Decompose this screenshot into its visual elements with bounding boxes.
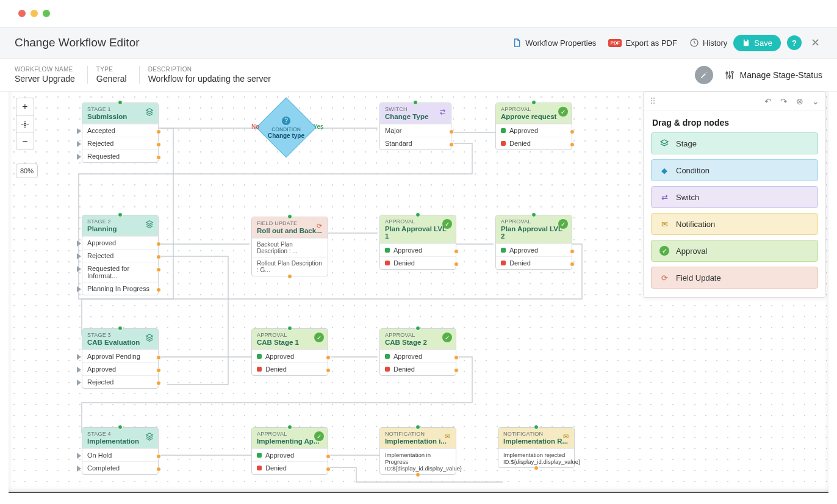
zoom-percent: 80% <box>16 164 38 178</box>
type-value: General <box>96 74 127 84</box>
switch-icon: ⇄ <box>437 107 447 117</box>
mail-icon: ✉ <box>659 218 670 229</box>
layers-icon <box>145 431 154 441</box>
meta-bar: WORKFLOW NAME Server Upgrade TYPE Genera… <box>0 59 837 92</box>
palette-approval[interactable]: ✓Approval <box>651 240 818 262</box>
mail-icon: ✉ <box>561 431 570 441</box>
help-button[interactable]: ? <box>787 35 802 50</box>
node-stage-2[interactable]: STAGE 2 Planning Approved Rejected Reque… <box>82 215 159 295</box>
header: Change Workflow Editor Workflow Properti… <box>0 27 837 59</box>
node-notification-rejected[interactable]: NOTIFICATIONImplementation R...✉ Impleme… <box>498 427 575 468</box>
zoom-center-button[interactable] <box>16 115 34 132</box>
node-approve-request[interactable]: APPROVAL Approve request ✓ Approved Deni… <box>495 103 572 150</box>
switch-icon: ⇄ <box>659 192 670 203</box>
node-stage-3[interactable]: STAGE 3 CAB Evaluation Approval Pending … <box>82 328 159 389</box>
svg-point-3 <box>731 71 733 73</box>
manage-stage-status-button[interactable]: Manage Stage-Status <box>724 70 822 81</box>
node-notification-in-progress[interactable]: NOTIFICATIONImplementation i...✉ Impleme… <box>379 427 456 475</box>
node-field-update[interactable]: FIELD UPDATE Roll out and Back... ⟳ Back… <box>251 217 328 276</box>
layers-icon <box>659 138 670 149</box>
pencil-icon <box>700 71 708 79</box>
svg-point-4 <box>24 123 26 126</box>
clear-button[interactable]: ⊗ <box>796 96 803 106</box>
history-button[interactable]: History <box>683 34 733 51</box>
node-plan-approval-1[interactable]: APPROVAL Plan Approval LVL 1 ✓ Approved … <box>379 215 456 270</box>
palette-notification[interactable]: ✉Notification <box>651 213 818 235</box>
zoom-controls: + − <box>16 98 34 150</box>
node-cab-stage-2[interactable]: APPROVALCAB Stage 2✓ Approved Denied <box>379 328 456 376</box>
layers-icon <box>145 333 154 342</box>
traffic-min[interactable] <box>31 10 38 17</box>
workflow-name: Server Upgrade <box>15 74 75 84</box>
edit-button[interactable] <box>695 66 713 84</box>
sync-icon: ⟳ <box>659 272 670 283</box>
svg-point-2 <box>728 75 730 77</box>
save-button[interactable]: Save <box>733 35 781 51</box>
palette-field-update[interactable]: ⟳Field Update <box>651 267 818 289</box>
workflow-name-label: WORKFLOW NAME <box>15 66 75 73</box>
diamond-icon: ◆ <box>659 165 670 176</box>
history-icon <box>689 38 699 48</box>
check-icon: ✓ <box>314 431 324 441</box>
node-cab-stage-1[interactable]: APPROVALCAB Stage 1✓ Approved Denied <box>251 328 328 376</box>
redo-button[interactable]: ↷ <box>780 96 788 106</box>
page-title: Change Workflow Editor <box>15 36 140 49</box>
collapse-button[interactable]: ⌄ <box>812 96 819 106</box>
check-icon: ✓ <box>558 219 568 229</box>
pdf-icon: PDF <box>608 39 622 47</box>
traffic-max[interactable] <box>43 10 50 17</box>
description-value: Workflow for updating the server <box>148 74 271 84</box>
drag-handle-icon[interactable]: ⠿ <box>650 96 656 106</box>
locate-icon <box>21 120 29 129</box>
zoom-out-button[interactable]: − <box>16 132 34 149</box>
description-label: DESCRIPTION <box>148 66 271 73</box>
layers-icon <box>145 219 154 229</box>
check-icon: ✓ <box>659 245 670 256</box>
zoom-in-button[interactable]: + <box>16 98 34 115</box>
undo-button[interactable]: ↶ <box>764 96 772 106</box>
check-icon: ✓ <box>442 333 452 342</box>
save-icon <box>742 38 750 47</box>
palette-panel[interactable]: ⠿ ↶ ↷ ⊗ ⌄ Drag & drop nodes Stage ◆Condi… <box>643 92 826 298</box>
check-icon: ✓ <box>314 333 324 342</box>
check-icon: ✓ <box>442 219 452 229</box>
palette-switch[interactable]: ⇄Switch <box>651 186 818 208</box>
check-icon: ✓ <box>558 107 568 117</box>
question-icon: ? <box>282 117 290 125</box>
svg-point-1 <box>726 72 728 74</box>
node-condition[interactable]: ? CONDITION Change type No Yes <box>265 106 307 149</box>
title-bar <box>0 0 837 27</box>
sliders-icon <box>724 70 735 81</box>
node-switch[interactable]: SWITCH Change Type ⇄ Major Standard <box>379 103 451 150</box>
mail-icon: ✉ <box>442 431 452 441</box>
close-button[interactable]: ✕ <box>808 35 822 50</box>
palette-title: Drag & drop nodes <box>644 110 825 132</box>
type-label: TYPE <box>96 66 127 73</box>
node-stage-1[interactable]: STAGE 1 Submission Accepted Rejected Req… <box>82 103 159 163</box>
node-plan-approval-2[interactable]: APPROVAL Plan Approval LVL 2 ✓ Approved … <box>495 215 572 270</box>
palette-condition[interactable]: ◆Condition <box>651 159 818 181</box>
node-stage-4[interactable]: STAGE 4Implementation On Hold Completed <box>82 427 159 475</box>
sync-icon: ⟳ <box>314 221 324 231</box>
node-implementing-approval[interactable]: APPROVALImplementing Ap...✓ Approved Den… <box>251 427 328 475</box>
layers-icon <box>145 107 154 117</box>
palette-stage[interactable]: Stage <box>651 132 818 154</box>
workflow-properties-button[interactable]: Workflow Properties <box>506 34 602 51</box>
canvas[interactable]: + − 80% STAGE 1 Submission <box>9 92 828 493</box>
document-icon <box>512 38 522 48</box>
export-pdf-button[interactable]: PDF Export as PDF <box>602 35 683 51</box>
traffic-close[interactable] <box>18 10 26 17</box>
